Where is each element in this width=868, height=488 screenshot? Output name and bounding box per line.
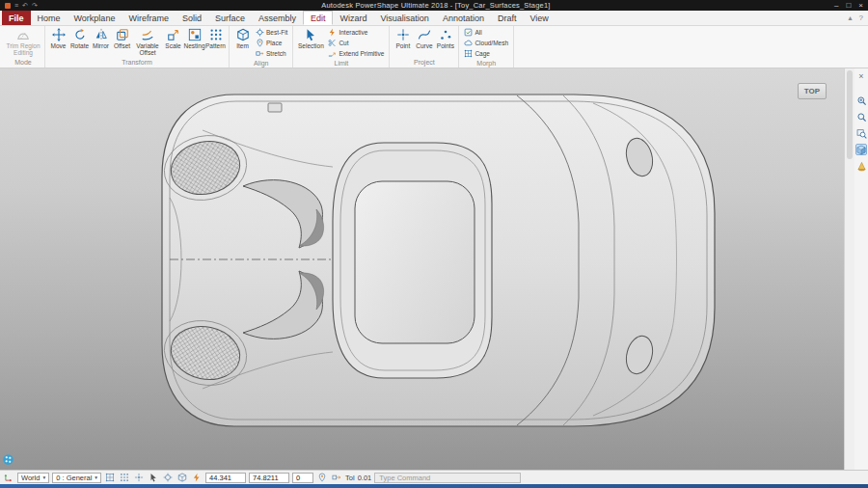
position-y-field[interactable]	[249, 473, 289, 483]
tolerance-label: Tol	[345, 474, 355, 482]
trim-region-editing-button[interactable]: Trim Region Editing	[5, 27, 41, 57]
tab-solid[interactable]: Solid	[176, 11, 208, 25]
video-watermark-logo	[3, 454, 14, 465]
position-x-field[interactable]	[205, 473, 246, 483]
hood-latch-detail	[268, 103, 282, 112]
project-curve-button[interactable]: Curve	[414, 27, 434, 49]
app-icon[interactable]	[5, 3, 11, 9]
ribbon-collapse-icon[interactable]: ▴	[849, 14, 853, 22]
tab-visualisation[interactable]: Visualisation	[374, 11, 436, 25]
interactive-icon	[328, 28, 337, 37]
interactive-limit-button[interactable]: Interactive	[326, 27, 386, 38]
morph-cloud-mesh-button[interactable]: Cloud/Mesh	[462, 38, 510, 48]
zoom-button[interactable]	[855, 111, 867, 122]
project-point-button[interactable]: Point	[393, 27, 413, 49]
workplane-axes-icon[interactable]	[3, 472, 14, 483]
cut-button[interactable]: Cut	[326, 38, 386, 48]
tab-wireframe[interactable]: Wireframe	[122, 11, 176, 25]
undo-icon[interactable]: ↶	[22, 2, 28, 9]
project-points-button[interactable]: Points	[435, 27, 455, 49]
maximize-button[interactable]: □	[846, 2, 851, 10]
variable-offset-button[interactable]: Variable Offset	[133, 27, 162, 57]
tab-home[interactable]: Home	[31, 11, 68, 25]
cockpit-glass[interactable]	[355, 181, 475, 343]
car-top-view-drawing[interactable]	[0, 68, 844, 470]
morph-all-button[interactable]: All	[462, 27, 510, 38]
help-icon[interactable]: ?	[859, 14, 863, 22]
view-options-icon[interactable]	[176, 472, 188, 483]
align-item-button[interactable]: Item	[232, 27, 253, 49]
selection-icon	[304, 28, 317, 41]
tab-draft[interactable]: Draft	[491, 11, 524, 25]
nesting-button[interactable]: Nesting	[184, 27, 204, 49]
pattern-button[interactable]: Pattern	[205, 27, 226, 49]
nesting-icon	[188, 28, 202, 41]
position-z-field[interactable]	[292, 473, 313, 483]
tab-wizard[interactable]: Wizard	[333, 11, 373, 25]
position-lock-icon[interactable]	[316, 472, 328, 483]
zoom-in-button[interactable]	[855, 95, 867, 106]
quick-access-toolbar: ≡ ↶ ↷	[5, 2, 38, 9]
cloud-mesh-icon	[464, 39, 473, 47]
chevron-down-icon: ▾	[95, 474, 97, 480]
zoom-icon	[856, 112, 867, 122]
zoom-to-box-button[interactable]	[855, 127, 867, 139]
tolerance-value[interactable]: 0.01	[358, 474, 372, 482]
workplane-select[interactable]: World ▾	[17, 473, 49, 483]
close-button[interactable]: ×	[858, 2, 863, 10]
viewport-vertical-scrollbar[interactable]	[844, 68, 854, 470]
stretch-button[interactable]: Stretch	[254, 48, 289, 59]
mirror-button[interactable]: Mirror	[91, 27, 111, 49]
snap-toggle-icon[interactable]	[133, 472, 145, 483]
place-icon	[256, 39, 264, 47]
view-toolbar: ×	[854, 68, 868, 470]
tab-view[interactable]: View	[523, 11, 555, 25]
command-input[interactable]	[374, 473, 521, 483]
graphics-viewport[interactable]: TOP	[0, 68, 844, 470]
zoom-in-icon	[856, 95, 867, 106]
rotate-icon	[73, 28, 87, 41]
coordinate-mode-icon[interactable]	[331, 472, 342, 483]
offset-button[interactable]: Offset	[112, 27, 132, 49]
scale-icon	[167, 28, 180, 41]
group-label-mode: Mode	[5, 58, 41, 68]
rotate-button[interactable]: Rotate	[69, 27, 90, 49]
offset-icon	[116, 28, 129, 41]
limit-selection-button[interactable]: Selection	[296, 27, 325, 49]
statusbar: World ▾ 0 : General ▾ Tol 0.01	[0, 470, 868, 484]
place-button[interactable]: Place	[254, 38, 289, 48]
tab-surface[interactable]: Surface	[208, 11, 252, 25]
grid-toggle-icon[interactable]	[104, 472, 116, 483]
shaded-view-button[interactable]	[855, 144, 867, 155]
extend-primitive-button[interactable]: Extend Primitive	[326, 48, 386, 59]
cut-icon	[328, 39, 337, 47]
group-label-align: Align	[232, 59, 289, 68]
tab-annotation[interactable]: Annotation	[436, 11, 491, 25]
measure-icon[interactable]	[162, 472, 174, 483]
morph-cage-button[interactable]: Cage	[462, 48, 510, 59]
move-button[interactable]: Move	[48, 27, 68, 49]
scale-button[interactable]: Scale	[163, 27, 183, 49]
menu-icon[interactable]: ≡	[14, 2, 18, 9]
level-select[interactable]: 0 : General ▾	[52, 473, 101, 483]
chevron-down-icon: ▾	[42, 474, 45, 480]
tab-file[interactable]: File	[2, 11, 31, 25]
ribbon-group-morph: All Cloud/Mesh Cage Morph	[459, 26, 514, 68]
view-orientation-button[interactable]: TOP	[798, 83, 827, 99]
toolbar-close-button[interactable]: ×	[855, 70, 867, 82]
tab-edit[interactable]: Edit	[303, 11, 334, 25]
levels-icon[interactable]	[119, 472, 130, 483]
dynamic-view-button[interactable]	[855, 160, 867, 172]
minimize-button[interactable]: –	[834, 2, 838, 10]
scrollbar-thumb[interactable]	[847, 70, 853, 159]
tab-workplane[interactable]: Workplane	[68, 11, 122, 25]
interactive-toggle-icon[interactable]	[191, 472, 203, 483]
cage-icon	[464, 49, 473, 58]
variable-offset-icon	[141, 28, 154, 41]
move-icon	[52, 28, 66, 41]
best-fit-button[interactable]: Best-Fit	[254, 27, 289, 38]
tab-assembly[interactable]: Assembly	[252, 11, 303, 25]
cursor-tool-icon[interactable]	[148, 472, 159, 483]
cockpit[interactable]	[333, 143, 492, 378]
group-label-limit: Limit	[296, 59, 386, 68]
